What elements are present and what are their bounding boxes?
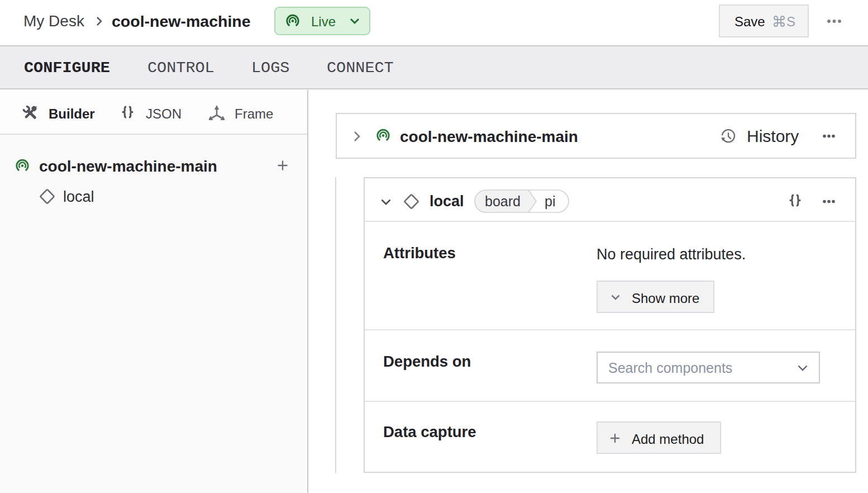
svg-text:pi: pi <box>545 193 555 209</box>
svg-text:board: board <box>485 193 521 209</box>
